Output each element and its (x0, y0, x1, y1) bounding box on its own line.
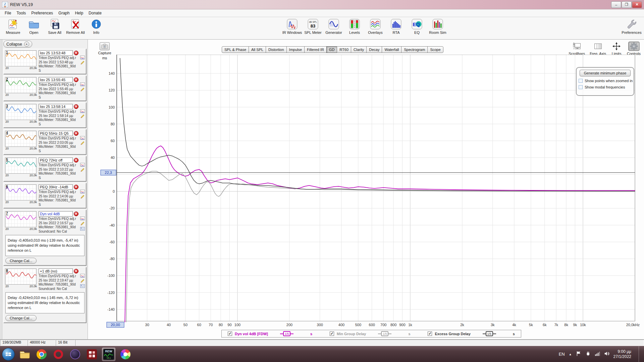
limits-button[interactable]: Limits (611, 42, 622, 56)
cal-file-icon[interactable] (80, 284, 85, 288)
edit-pencil-icon[interactable] (80, 222, 85, 226)
menu-graph[interactable]: Graph (56, 10, 72, 16)
tab-clarity[interactable]: Clarity (351, 46, 367, 53)
measurement-title-field[interactable]: Ιαν 25 13:55:45 (39, 77, 73, 82)
measurement-title-field[interactable]: PEQ 39Hz -14dB (39, 184, 73, 190)
taskbar-app-red-grid-icon[interactable] (85, 348, 99, 361)
measurement-title-field[interactable]: Dyn vol 4dB (39, 211, 73, 217)
measurement-item-8[interactable]: 82020,0k+1 dB (no)✕Triton DynSVS PEQ adj… (5, 268, 85, 291)
maximize-button[interactable]: ❐ (622, 1, 632, 8)
toolbar-spl-meter-button[interactable]: dB SPL83SPL Meter (303, 18, 323, 35)
tab-waterfall[interactable]: Waterfall (382, 46, 401, 53)
measurement-item-4[interactable]: 42020,0kPEQ 55Hz-15 Q5✕Triton DynSVS PEQ… (3, 129, 87, 155)
tab-distortion[interactable]: Distortion (266, 46, 286, 53)
controls-button[interactable]: Controls (627, 42, 641, 56)
measurement-delete-button[interactable]: ✕ (74, 158, 78, 163)
start-button[interactable] (2, 348, 15, 361)
taskbar-rew-icon[interactable]: REWV5.1 (102, 348, 115, 361)
minimize-button[interactable]: – (611, 1, 621, 8)
network-signal-icon[interactable] (595, 351, 600, 358)
tab-rt60[interactable]: RT60 (337, 46, 351, 53)
toolbar-info-button[interactable]: Info (86, 18, 107, 35)
tab-filtered-ir[interactable]: Filtered IR (304, 46, 327, 53)
trace-settings-icon[interactable] (80, 190, 85, 193)
tab-spl-phase[interactable]: SPL & Phase (222, 46, 249, 53)
legend-checkbox[interactable]: ✓ (228, 331, 232, 336)
toolbar-remove-all-button[interactable]: Remove All (65, 18, 86, 35)
tray-expand-icon[interactable]: ▲ (569, 353, 572, 356)
taskbar-chrome-icon[interactable] (35, 348, 48, 361)
toolbar-eq-button[interactable]: EQEQ (407, 18, 427, 35)
measurement-title-field[interactable]: PEQ 72Hz off (39, 158, 73, 163)
tab-impulse[interactable]: Impulse (286, 46, 305, 53)
trace-settings-icon[interactable] (80, 82, 85, 86)
scrollbars-button[interactable]: Scrollbars (569, 42, 585, 56)
show-points-checkbox[interactable] (579, 79, 583, 83)
measurement-title-field[interactable]: Ιαν 25 13:53:48 (39, 50, 73, 56)
edit-pencil-icon[interactable] (80, 61, 85, 65)
show-modal-frequencies-checkbox[interactable] (579, 85, 583, 89)
close-button[interactable]: ✕ (632, 1, 642, 8)
menu-donate[interactable]: Donate (86, 10, 104, 16)
measurement-item-6[interactable]: 62020,0kPEQ 39Hz -14dB✕Triton DynSVS PEQ… (3, 183, 87, 208)
taskbar-browser-purple-icon[interactable] (68, 348, 82, 361)
legend-checkbox[interactable]: ✓ (428, 331, 432, 336)
measurement-item-7[interactable]: 72020,0kDyn vol 4dB✕Triton DynSVS PEQ ad… (5, 211, 85, 234)
tab-spectrogram[interactable]: Spectrogram (401, 46, 428, 53)
toolbar-levels-button[interactable]: 0369Levels (344, 18, 365, 35)
measurement-title-field[interactable]: PEQ 55Hz-15 Q5 (39, 131, 73, 136)
capture-button[interactable] (100, 42, 110, 50)
toolbar-save-all-button[interactable]: Save All (44, 18, 65, 35)
measurement-delete-button[interactable]: ✕ (74, 212, 78, 216)
generate-minimum-phase-button[interactable]: Generate minimum phase (580, 70, 631, 76)
menu-file[interactable]: File (2, 10, 14, 16)
legend-label[interactable]: Min Group Delay (337, 332, 366, 336)
menu-tools[interactable]: Tools (14, 10, 29, 16)
legend-label[interactable]: Excess Group Delay (435, 332, 470, 336)
language-indicator[interactable]: EN (559, 352, 565, 357)
menu-help[interactable]: Help (72, 10, 86, 16)
tab-scope[interactable]: Scope (427, 46, 443, 53)
collapse-button[interactable]: Collapse « (3, 41, 32, 48)
action-center-flag-icon[interactable] (576, 351, 581, 358)
toolbar-overlays-button[interactable]: Overlays (365, 18, 386, 35)
tab-decay[interactable]: Decay (366, 46, 382, 53)
measurement-delete-button[interactable]: ✕ (74, 185, 78, 189)
measurement-delete-button[interactable]: ✕ (74, 131, 78, 136)
measurement-title-field[interactable]: +1 dB (no) (39, 268, 73, 274)
smoothing-fraction-control[interactable]: 1/6 (483, 331, 496, 336)
edit-pencil-icon[interactable] (80, 168, 85, 172)
measurement-item-1[interactable]: 12020,0kΙαν 25 13:53:48✕Triton DynSVS PE… (3, 49, 87, 74)
toolbar-preferences-button[interactable]: Preferences (621, 18, 642, 35)
measurement-delete-button[interactable]: ✕ (74, 104, 78, 109)
trace-settings-icon[interactable] (80, 217, 85, 220)
measurement-item-5[interactable]: 52020,0kPEQ 72Hz off✕Triton DynSVS PEQ a… (3, 156, 87, 182)
toolbar-generator-button[interactable]: Generator (323, 18, 344, 35)
menu-preferences[interactable]: Preferences (29, 10, 56, 16)
measurement-item-3[interactable]: 32020,0kΙαν 25 13:58:14✕Triton DynSVS PE… (3, 102, 87, 128)
toolbar-rta-button[interactable]: RTA (386, 18, 407, 35)
trace-settings-icon[interactable] (80, 274, 85, 278)
group-delay-plot[interactable]: 1401201008060400-20-40-60-80-100-120-140… (88, 55, 644, 328)
taskbar-paint-icon[interactable] (119, 348, 132, 361)
legend-checkbox[interactable]: ✓ (330, 331, 334, 336)
taskbar-opera-icon[interactable] (52, 348, 65, 361)
measurement-delete-button[interactable]: ✕ (74, 77, 78, 82)
edit-pencil-icon[interactable] (80, 114, 85, 118)
edit-pencil-icon[interactable] (80, 195, 85, 199)
volume-icon[interactable] (604, 351, 609, 358)
toolbar-room-sim-button[interactable]: Room Sim (427, 18, 448, 35)
freq-axis-button[interactable]: Freq. Axis (590, 42, 606, 56)
toolbar-ir-windows-button[interactable]: IR Windows (282, 18, 303, 35)
taskbar-file-explorer-icon[interactable] (18, 348, 32, 361)
edit-pencil-icon[interactable] (80, 141, 85, 145)
trace-settings-icon[interactable] (80, 109, 85, 113)
trace-settings-icon[interactable] (80, 163, 85, 167)
change-cal-button[interactable]: Change Cal... (5, 258, 37, 264)
change-cal-button[interactable]: Change Cal... (5, 315, 37, 321)
legend-label[interactable]: Dyn vol 4dB [FDW] (235, 332, 268, 336)
edit-pencil-icon[interactable] (80, 87, 85, 92)
clock[interactable]: 9:00 μμ 27/1/2022 (613, 349, 631, 359)
toolbar-open-button[interactable]: Open (23, 18, 44, 35)
measurement-delete-button[interactable]: ✕ (74, 51, 78, 55)
